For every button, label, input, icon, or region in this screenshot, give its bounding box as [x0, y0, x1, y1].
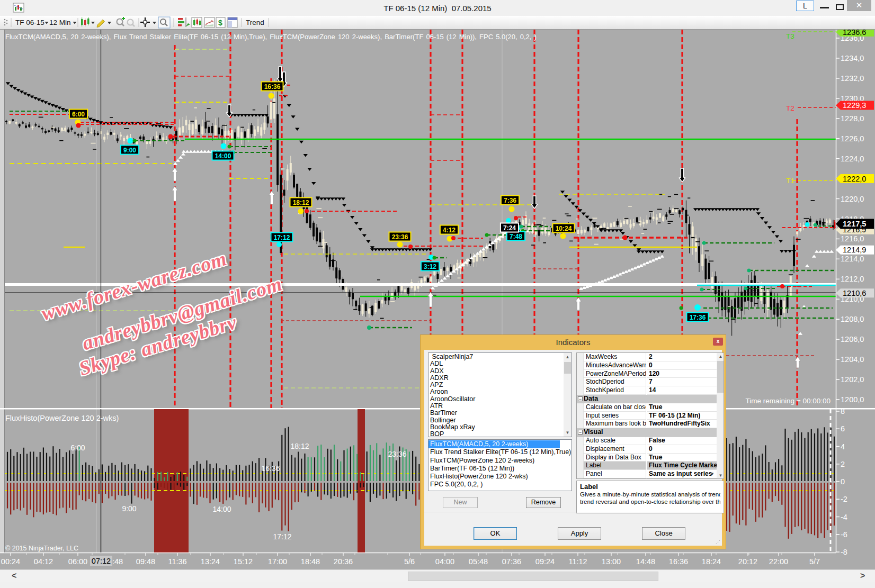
svg-text:1236,6: 1236,6	[843, 30, 866, 37]
svg-text:00:24: 00:24	[1, 557, 20, 566]
svg-text:6:00: 6:00	[70, 444, 85, 452]
svg-text:12 Min: 12 Min	[49, 19, 71, 26]
svg-text:-6: -6	[841, 530, 847, 539]
svg-text:09:24: 09:24	[535, 557, 555, 566]
svg-text:Trend: Trend	[246, 19, 264, 26]
svg-text:16:36: 16:36	[264, 83, 281, 91]
svg-text:18:48: 18:48	[301, 557, 320, 566]
svg-text:20:12: 20:12	[738, 557, 757, 566]
svg-text:2: 2	[841, 460, 845, 468]
svg-text:1208,0: 1208,0	[841, 315, 864, 323]
svg-text:FluxHisto(PowerZone 120 2-wks): FluxHisto(PowerZone 120 2-wks)	[5, 414, 119, 422]
svg-text:Time remaining = 00:00:00: Time remaining = 00:00:00	[746, 397, 831, 405]
svg-text:18:24: 18:24	[702, 557, 721, 566]
svg-text:0: 0	[841, 477, 845, 486]
svg-text:14:48: 14:48	[636, 557, 655, 566]
svg-text:1232,0: 1232,0	[841, 74, 864, 83]
svg-text:18:12: 18:12	[290, 442, 309, 450]
svg-text:16:36: 16:36	[669, 557, 688, 566]
svg-text:14:00: 14:00	[215, 152, 231, 160]
svg-text:20:36: 20:36	[334, 557, 353, 566]
svg-text:7:36: 7:36	[504, 197, 516, 204]
svg-text:18:12: 18:12	[293, 199, 309, 206]
svg-text:10:24: 10:24	[556, 225, 572, 232]
svg-text:1210,6: 1210,6	[843, 289, 866, 297]
svg-text:T3: T3	[786, 32, 794, 40]
svg-text:5/7: 5/7	[809, 557, 820, 566]
svg-text:8: 8	[841, 407, 845, 415]
svg-text:© 2015 NinjaTrader, LLC: © 2015 NinjaTrader, LLC	[5, 545, 78, 552]
svg-text:23:36: 23:36	[388, 450, 406, 458]
svg-text:04:00: 04:00	[435, 557, 454, 566]
svg-text:07:12: 07:12	[92, 557, 111, 565]
svg-text:1216,0: 1216,0	[841, 234, 864, 243]
svg-text:-4: -4	[841, 513, 847, 521]
svg-text:1228,0: 1228,0	[841, 114, 864, 123]
svg-text:T1: T1	[786, 177, 794, 185]
svg-text:09:48: 09:48	[136, 557, 155, 566]
svg-text:9:00: 9:00	[123, 147, 136, 154]
svg-text:6:00: 6:00	[72, 111, 85, 118]
svg-text:4:12: 4:12	[443, 227, 456, 234]
svg-text:05:48: 05:48	[469, 557, 488, 566]
svg-text:13:24: 13:24	[201, 557, 220, 566]
svg-text:1202,0: 1202,0	[841, 375, 864, 384]
svg-text:6: 6	[841, 424, 845, 433]
svg-text:17:36: 17:36	[690, 314, 706, 321]
svg-text:17:12: 17:12	[273, 532, 291, 541]
svg-text:15:12: 15:12	[234, 557, 253, 566]
svg-text:T2: T2	[786, 104, 794, 112]
svg-text:-8: -8	[841, 548, 847, 556]
svg-text:04:12: 04:12	[34, 557, 53, 566]
svg-text:11:12: 11:12	[568, 557, 587, 566]
svg-text:$: $	[218, 19, 222, 27]
svg-text:1200,0: 1200,0	[841, 395, 864, 404]
svg-text:1229,3: 1229,3	[843, 101, 866, 110]
svg-text:22:00: 22:00	[769, 557, 788, 566]
svg-text:1214,0: 1214,0	[841, 255, 864, 263]
svg-text::48: :48	[112, 557, 123, 566]
svg-text:1212,0: 1212,0	[841, 275, 864, 283]
svg-text:1214,9: 1214,9	[843, 246, 866, 254]
svg-text:1226,0: 1226,0	[841, 134, 864, 143]
svg-text:1220,0: 1220,0	[841, 195, 864, 203]
svg-text:1217,5: 1217,5	[843, 220, 866, 228]
svg-text:5/6: 5/6	[404, 557, 415, 566]
svg-text:3:12: 3:12	[424, 263, 436, 270]
svg-text:1222,0: 1222,0	[843, 175, 866, 183]
svg-text:9:00: 9:00	[122, 504, 136, 513]
svg-text:23:36: 23:36	[392, 233, 408, 241]
svg-text:-2: -2	[841, 495, 847, 503]
svg-text:06:00: 06:00	[68, 557, 87, 566]
svg-text:TF 06-15: TF 06-15	[15, 19, 44, 26]
svg-text:7:48: 7:48	[510, 233, 522, 240]
svg-text:1224,0: 1224,0	[841, 155, 864, 163]
svg-text:14:00: 14:00	[212, 505, 231, 513]
svg-text:7:24: 7:24	[503, 224, 516, 232]
svg-text:16:36: 16:36	[261, 464, 280, 473]
svg-text:13:00: 13:00	[602, 557, 621, 566]
svg-text:4: 4	[841, 442, 845, 451]
svg-text:11:36: 11:36	[168, 557, 186, 566]
svg-text:1234,0: 1234,0	[841, 54, 864, 62]
svg-text:1204,0: 1204,0	[841, 355, 864, 364]
svg-text:1206,0: 1206,0	[841, 335, 864, 343]
svg-text:FluxTCM(AMACD,5, 20 2-weeks),: FluxTCM(AMACD,5, 20 2-weeks), Flux Trend…	[5, 33, 537, 41]
svg-text:17:00: 17:00	[268, 557, 287, 566]
svg-text:07:36: 07:36	[502, 557, 521, 566]
